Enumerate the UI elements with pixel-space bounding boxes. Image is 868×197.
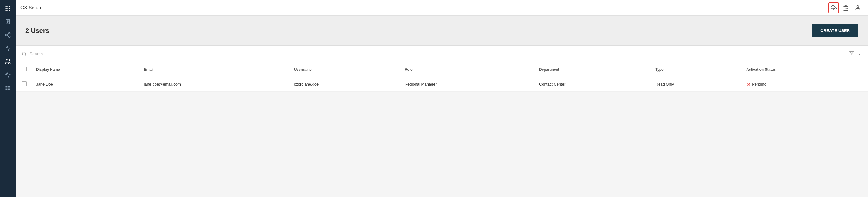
col-display-name: Display Name <box>31 62 139 77</box>
user-profile-icon <box>855 5 861 11</box>
filter-icon[interactable] <box>849 51 854 57</box>
status-label: Pending <box>752 82 767 87</box>
search-icon <box>22 52 27 56</box>
svg-rect-8 <box>9 10 10 10</box>
cell-display-name: Jane Doe <box>31 77 139 92</box>
bank-icon <box>843 5 849 11</box>
user-count: 2 <box>25 27 29 34</box>
table-header-row: Display Name Email Username Role Departm… <box>16 62 868 77</box>
select-all-checkbox[interactable] <box>22 67 27 71</box>
page-header: 2 Users CREATE USER <box>16 16 868 46</box>
svg-rect-22 <box>6 89 7 90</box>
svg-line-33 <box>25 55 26 56</box>
cell-department: Contact Center <box>534 77 651 92</box>
cell-type: Read Only <box>651 77 742 92</box>
svg-rect-5 <box>9 8 10 9</box>
svg-rect-0 <box>6 6 7 7</box>
svg-rect-6 <box>6 10 7 10</box>
upload-cloud-icon <box>831 5 837 11</box>
cell-email: jane.doe@email.com <box>139 77 289 92</box>
users-table: Display Name Email Username Role Departm… <box>16 62 868 92</box>
svg-rect-20 <box>6 86 7 88</box>
svg-rect-2 <box>9 6 10 7</box>
sidebar <box>0 0 16 197</box>
svg-point-19 <box>6 59 8 61</box>
pending-icon: ⊗ <box>746 81 750 87</box>
search-actions: ⋮ <box>849 51 862 57</box>
search-input[interactable] <box>30 52 846 56</box>
svg-rect-1 <box>7 6 8 7</box>
users-label: Users <box>31 27 49 34</box>
sidebar-item-people[interactable] <box>2 56 13 67</box>
topbar-actions <box>828 2 863 13</box>
sidebar-item-dashboard[interactable] <box>2 83 13 93</box>
bank-button[interactable] <box>840 2 851 13</box>
cell-role: Regional Manager <box>400 77 534 92</box>
page-title: 2 Users <box>25 27 50 35</box>
svg-rect-3 <box>6 8 7 9</box>
row-checkbox[interactable] <box>22 81 27 86</box>
svg-point-31 <box>857 5 859 7</box>
col-type: Type <box>651 62 742 77</box>
user-profile-button[interactable] <box>852 2 863 13</box>
sidebar-item-share[interactable] <box>2 30 13 40</box>
svg-point-14 <box>9 33 10 34</box>
cell-activation-status: ⊗ Pending <box>741 77 868 92</box>
svg-point-15 <box>6 34 7 36</box>
svg-rect-7 <box>7 10 8 10</box>
more-options-icon[interactable]: ⋮ <box>857 51 862 57</box>
row-checkbox-cell[interactable] <box>16 77 31 92</box>
col-role: Role <box>400 62 534 77</box>
select-all-header[interactable] <box>16 62 31 77</box>
svg-rect-21 <box>8 86 10 88</box>
table-row: Jane Doe jane.doe@email.com cxorgjane.do… <box>16 77 868 92</box>
cell-username: cxorgjane.doe <box>289 77 400 92</box>
svg-line-17 <box>7 35 9 36</box>
col-email: Email <box>139 62 289 77</box>
svg-point-32 <box>22 52 26 56</box>
table-section: ⋮ Display Name Email Username Role Depar… <box>16 46 868 92</box>
search-bar: ⋮ <box>16 46 868 62</box>
sidebar-item-tasks[interactable] <box>2 16 13 27</box>
main-area: CX Setup 2 Users <box>16 0 868 197</box>
col-username: Username <box>289 62 400 77</box>
svg-rect-4 <box>7 8 8 9</box>
topbar: CX Setup <box>16 0 868 16</box>
svg-point-16 <box>9 36 10 37</box>
content-area: 2 Users CREATE USER <box>16 16 868 197</box>
sidebar-item-analytics[interactable] <box>2 43 13 54</box>
upload-button[interactable] <box>828 2 839 13</box>
svg-line-18 <box>7 33 9 34</box>
status-badge: ⊗ Pending <box>746 81 863 87</box>
sidebar-item-apps[interactable] <box>2 3 13 14</box>
create-user-button[interactable]: CREATE USER <box>812 24 858 37</box>
svg-marker-30 <box>844 5 847 6</box>
app-title: CX Setup <box>21 5 828 10</box>
sidebar-item-reports[interactable] <box>2 69 13 80</box>
svg-rect-23 <box>8 89 10 90</box>
col-department: Department <box>534 62 651 77</box>
col-activation-status: Activation Status <box>741 62 868 77</box>
svg-marker-34 <box>849 52 854 55</box>
